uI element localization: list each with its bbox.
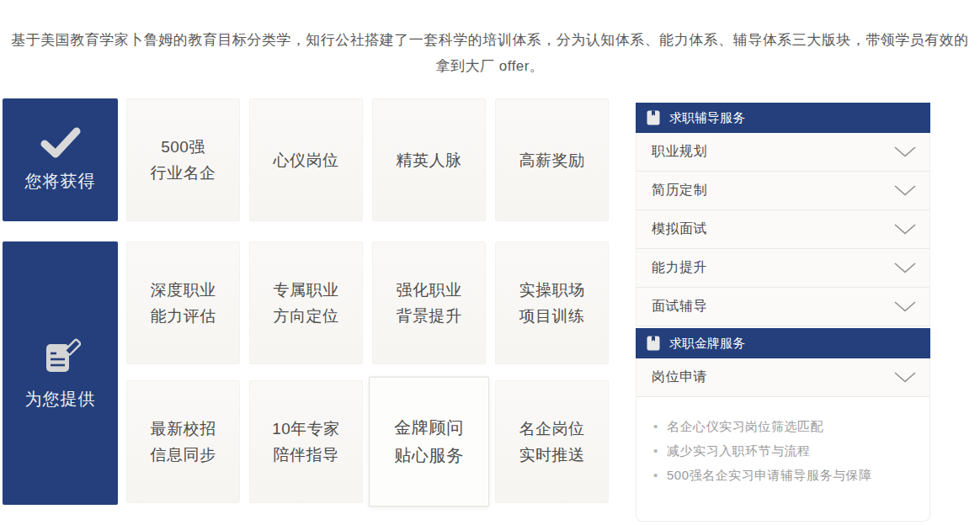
- card-elite-network: 精英人脉: [372, 98, 486, 221]
- card-job-push: 名企岗位 实时推送: [495, 380, 609, 503]
- gain-box: 您将获得: [3, 98, 118, 221]
- intro-paragraph: 基于美国教育学家卜鲁姆的教育目标分类学，知行公社搭建了一套科学的培训体系，分为认…: [0, 27, 980, 79]
- chevron-down-icon: [894, 146, 916, 157]
- accordion-item-job-application[interactable]: 岗位申请: [636, 358, 929, 397]
- card-project-training: 实操职场 项目训练: [495, 241, 609, 364]
- card-background-boost: 强化职业 背景提升: [372, 241, 486, 364]
- provide-box: 为您提供: [3, 241, 118, 505]
- benefits-grid: 500强 行业名企 心仪岗位 精英人脉 高薪奖励 深度职业 能力评估 专属职业 …: [126, 98, 609, 505]
- card-gold-consultant: 金牌顾问 贴心服务: [369, 377, 489, 507]
- accordion-label: 职业规划: [652, 143, 707, 161]
- accordion-label: 简历定制: [652, 182, 707, 199]
- gold-services-header: 求职金牌服务: [636, 328, 930, 358]
- book-icon: [646, 335, 661, 352]
- gold-services-title: 求职金牌服务: [669, 336, 745, 352]
- book-icon: [646, 109, 661, 126]
- bullet-item: 500强名企实习申请辅导服务与保障: [652, 463, 919, 487]
- grid-row-2: 深度职业 能力评估 专属职业 方向定位 强化职业 背景提升 实操职场 项目训练: [126, 241, 609, 364]
- gold-bullet-list: 名企心仪实习岗位筛选匹配 减少实习入职环节与流程 500强名企实习申请辅导服务与…: [652, 414, 919, 487]
- coaching-services-header: 求职辅导服务: [636, 103, 930, 133]
- card-campus-recruit-sync: 最新校招 信息同步: [126, 380, 240, 503]
- accordion-label: 模拟面试: [652, 220, 707, 238]
- accordion-item-resume-customization[interactable]: 简历定制: [636, 172, 929, 210]
- provide-box-label: 为您提供: [25, 388, 96, 411]
- coaching-services-title: 求职辅导服务: [669, 110, 745, 126]
- document-edit-icon: [40, 337, 81, 377]
- card-expert-guidance: 10年专家 陪伴指导: [249, 380, 363, 503]
- gold-accordion: 岗位申请: [636, 358, 930, 397]
- accordion-item-mock-interview[interactable]: 模拟面试: [636, 210, 929, 249]
- card-career-assessment: 深度职业 能力评估: [126, 241, 240, 364]
- card-desired-position: 心仪岗位: [249, 98, 363, 221]
- grid-row-1: 500强 行业名企 心仪岗位 精英人脉 高薪奖励: [126, 98, 609, 221]
- chevron-down-icon: [894, 262, 916, 273]
- page: 基于美国教育学家卜鲁姆的教育目标分类学，知行公社搭建了一套科学的培训体系，分为认…: [0, 0, 980, 525]
- accordion-item-career-planning[interactable]: 职业规划: [636, 133, 929, 172]
- chevron-down-icon: [894, 224, 916, 235]
- bullet-item: 减少实习入职环节与流程: [652, 438, 919, 463]
- bullet-item: 名企心仪实习岗位筛选匹配: [652, 414, 919, 438]
- accordion-item-ability-improvement[interactable]: 能力提升: [636, 249, 929, 288]
- services-panel: 求职辅导服务 职业规划 简历定制 模拟面试: [636, 103, 930, 522]
- chevron-down-icon: [894, 372, 916, 383]
- card-career-positioning: 专属职业 方向定位: [249, 241, 363, 364]
- accordion-label: 能力提升: [652, 259, 707, 277]
- gold-service-details: 名企心仪实习岗位筛选匹配 减少实习入职环节与流程 500强名企实习申请辅导服务与…: [636, 397, 930, 522]
- chevron-down-icon: [894, 185, 916, 196]
- chevron-down-icon: [894, 301, 916, 312]
- card-500-companies: 500强 行业名企: [126, 98, 240, 221]
- grid-row-3: 最新校招 信息同步 10年专家 陪伴指导 金牌顾问 贴心服务 名企岗位 实时推送: [126, 380, 609, 503]
- coaching-accordion: 职业规划 简历定制 模拟面试 能力提升: [636, 133, 930, 326]
- check-icon: [40, 127, 81, 159]
- accordion-label: 岗位申请: [652, 369, 707, 386]
- accordion-label: 面试辅导: [652, 298, 707, 316]
- card-high-salary: 高薪奖励: [495, 98, 609, 221]
- gain-box-label: 您将获得: [25, 170, 96, 193]
- accordion-item-interview-coaching[interactable]: 面试辅导: [636, 288, 929, 326]
